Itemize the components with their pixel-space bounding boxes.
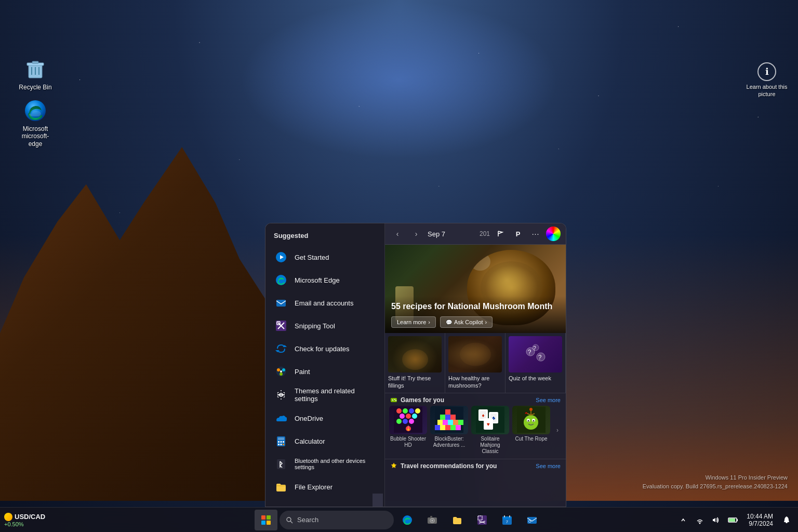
game-blockbuster[interactable]: BlockBuster: Adventures ... bbox=[430, 406, 468, 455]
network-icon[interactable] bbox=[693, 513, 707, 527]
paint-label: Paint bbox=[295, 368, 310, 376]
taskbar-right: 10:44 AM 9/7/2024 bbox=[676, 511, 794, 529]
suggested-item-email[interactable]: Email and accounts bbox=[265, 291, 384, 314]
taskbar-mail-icon: O bbox=[527, 515, 537, 525]
svg-rect-71 bbox=[445, 425, 450, 430]
start-button[interactable] bbox=[255, 510, 277, 530]
color-profile-button[interactable] bbox=[546, 227, 561, 241]
get-started-label: Get Started bbox=[295, 254, 329, 261]
games-grid: Bubble Shooter HD bbox=[385, 406, 566, 459]
suggested-item-snipping[interactable]: Snipping Tool bbox=[265, 314, 384, 337]
featured-actions: Learn more › 💬 Ask Copilot › bbox=[391, 316, 560, 328]
sub-article-quiz[interactable]: ? ? ? Quiz of the week bbox=[506, 333, 566, 393]
search-icon bbox=[286, 516, 293, 524]
svg-rect-70 bbox=[440, 425, 445, 430]
svg-point-47 bbox=[403, 408, 408, 414]
speaker-icon[interactable] bbox=[709, 513, 724, 527]
game-cut-rope[interactable]: Cut The Rope bbox=[512, 406, 550, 455]
travel-see-more[interactable]: See more bbox=[536, 463, 561, 469]
bubble-shooter-image bbox=[389, 406, 427, 434]
svg-point-48 bbox=[409, 408, 414, 414]
featured-overlay: 55 recipes for National Mushroom Month L… bbox=[385, 296, 566, 333]
start-menu-panel: Suggested Get Started bbox=[265, 223, 566, 507]
svg-point-49 bbox=[415, 408, 420, 414]
taskbar-calendar-icon: 7 bbox=[502, 515, 512, 525]
taskbar-calendar-button[interactable]: 7 bbox=[496, 510, 518, 530]
taskbar-camera-button[interactable] bbox=[421, 510, 444, 530]
suggested-item-paint[interactable]: Paint bbox=[265, 360, 384, 383]
svg-point-19 bbox=[282, 368, 285, 371]
date-display: Sep 7 bbox=[428, 230, 445, 238]
stock-ticker[interactable]: USD/CAD +0.50% bbox=[4, 513, 45, 527]
sub-article-fillings[interactable]: Stuff it! Try these fillings bbox=[385, 333, 445, 393]
suggested-item-explorer[interactable]: File Explorer bbox=[265, 475, 384, 498]
suggested-item-onedrive[interactable]: OneDrive bbox=[265, 407, 384, 430]
suggested-item-get-started[interactable]: Get Started bbox=[265, 246, 384, 269]
featured-article[interactable]: 55 recipes for National Mushroom Month L… bbox=[385, 245, 566, 333]
windows-watermark: Windows 11 Pro Insider Preview Evaluatio… bbox=[643, 473, 788, 490]
ticker-coin-icon bbox=[4, 513, 12, 521]
games-header: Games for you See more bbox=[385, 393, 566, 406]
taskbar-edge-button[interactable] bbox=[396, 510, 419, 530]
taskbar-mail-button[interactable]: O bbox=[521, 510, 543, 530]
game-solitaire[interactable]: ♦ ♣ ♥ Solitaire Mahjong Classic bbox=[471, 406, 509, 455]
desktop-icon-recycle-bin[interactable]: Recycle Bin bbox=[15, 55, 56, 93]
desktop-icon-edge[interactable]: Microsoft microsoft-edge bbox=[15, 96, 56, 150]
blockbuster-image bbox=[430, 406, 468, 434]
learn-about-label: Learn about this picture bbox=[746, 83, 788, 98]
svg-rect-63 bbox=[450, 415, 456, 420]
learn-more-button[interactable]: Learn more › bbox=[391, 316, 436, 328]
svg-point-109 bbox=[699, 522, 701, 524]
svg-point-43 bbox=[394, 399, 395, 400]
svg-rect-113 bbox=[729, 518, 735, 522]
mushrooms-image bbox=[448, 336, 502, 373]
svg-point-55 bbox=[409, 419, 414, 424]
game-bubble-shooter[interactable]: Bubble Shooter HD bbox=[389, 406, 427, 455]
email-icon bbox=[274, 296, 288, 310]
suggested-item-updates[interactable]: Check for updates bbox=[265, 337, 384, 360]
profile-p-button[interactable]: P bbox=[511, 227, 525, 241]
fillings-title: Stuff it! Try these fillings bbox=[388, 375, 442, 390]
svg-rect-69 bbox=[435, 425, 440, 430]
bubble-shooter-title: Bubble Shooter HD bbox=[389, 436, 427, 448]
learn-about-picture[interactable]: ℹ Learn about this picture bbox=[746, 62, 788, 98]
travel-icon bbox=[390, 462, 397, 470]
suggested-item-themes[interactable]: Themes and related settings bbox=[265, 383, 384, 407]
search-bar[interactable]: Search bbox=[280, 511, 394, 529]
taskbar-snipping-button[interactable] bbox=[471, 510, 494, 530]
svg-rect-103 bbox=[502, 516, 512, 520]
toolbar-right: 201 P ··· bbox=[480, 227, 561, 241]
suggested-item-bluetooth[interactable]: Bluetooth and other devices settings bbox=[265, 453, 384, 475]
games-see-more[interactable]: See more bbox=[536, 397, 561, 403]
taskbar-explorer-button[interactable] bbox=[446, 510, 469, 530]
suggested-item-edge[interactable]: Microsoft Edge bbox=[265, 269, 384, 291]
svg-rect-62 bbox=[445, 415, 450, 420]
svg-rect-112 bbox=[737, 519, 738, 521]
taskbar-edge-icon bbox=[402, 515, 413, 525]
recycle-bin-label: Recycle Bin bbox=[19, 84, 51, 91]
taskbar-clock[interactable]: 10:44 AM 9/7/2024 bbox=[742, 511, 777, 529]
games-scroll-right[interactable]: › bbox=[553, 406, 562, 455]
win-q1 bbox=[261, 515, 265, 520]
svg-text:?: ? bbox=[527, 349, 531, 356]
notifications-icon[interactable] bbox=[779, 513, 794, 527]
edge-menu-icon bbox=[274, 273, 288, 287]
get-started-icon bbox=[274, 250, 288, 264]
volume-icon bbox=[712, 516, 721, 524]
nav-back-button[interactable]: ‹ bbox=[390, 227, 405, 241]
tray-chevron[interactable] bbox=[676, 513, 690, 527]
svg-rect-66 bbox=[448, 420, 453, 425]
battery-icon[interactable] bbox=[726, 513, 740, 527]
onedrive-icon bbox=[274, 411, 288, 425]
more-button[interactable]: ··· bbox=[528, 227, 543, 241]
sub-article-mushrooms[interactable]: How healthy are mushrooms? bbox=[445, 333, 506, 393]
flag-button[interactable] bbox=[493, 227, 508, 241]
nav-forward-button[interactable]: › bbox=[409, 227, 423, 241]
snipping-label: Snipping Tool bbox=[295, 322, 335, 330]
battery-level-icon bbox=[728, 517, 738, 523]
ask-copilot-button[interactable]: 💬 Ask Copilot › bbox=[440, 316, 493, 328]
svg-rect-73 bbox=[456, 425, 461, 430]
suggested-item-calculator[interactable]: Calculator bbox=[265, 430, 384, 453]
taskbar-explorer-icon bbox=[452, 515, 462, 525]
taskbar-camera-icon bbox=[427, 515, 437, 525]
